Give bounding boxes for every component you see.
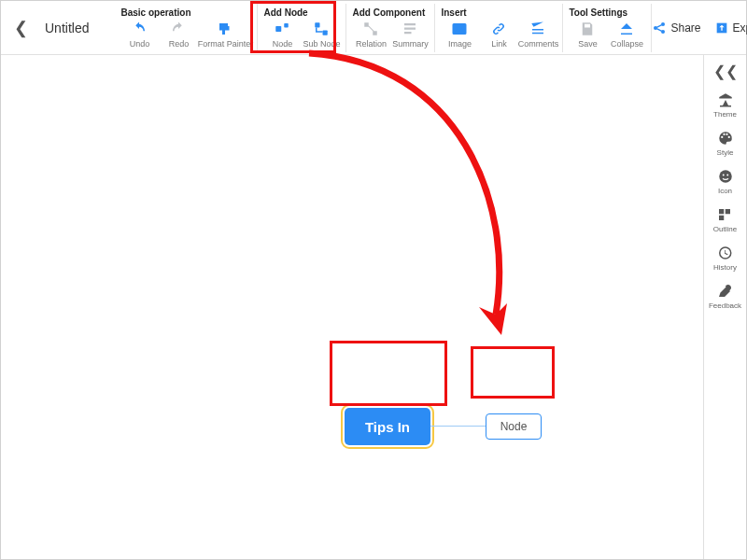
group-label: Insert — [441, 7, 557, 18]
group-insert: Insert Image Link Comments — [435, 4, 563, 52]
group-label: Basic operation — [120, 7, 251, 18]
svg-rect-18 — [719, 216, 724, 220]
document-title[interactable]: Untitled — [45, 21, 89, 35]
collapse-button[interactable]: Collapse — [608, 21, 645, 49]
summary-button[interactable]: Summary — [391, 21, 429, 49]
toolbar-right: Share Export — [652, 21, 747, 35]
svg-rect-16 — [719, 209, 724, 214]
canvas[interactable]: Tips In Node — [1, 55, 703, 559]
panel-icon[interactable]: Icon — [717, 168, 734, 195]
share-label: Share — [670, 21, 700, 35]
svg-rect-7 — [404, 27, 416, 29]
toolbar: ❮ Untitled Basic operation Undo Redo For… — [1, 1, 746, 55]
redo-button[interactable]: Redo — [160, 21, 197, 49]
share-button[interactable]: Share — [652, 21, 700, 35]
share-icon — [652, 21, 667, 35]
feedback-icon — [716, 283, 733, 300]
annotation-highlight — [330, 341, 447, 406]
save-label: Save — [578, 39, 598, 49]
group-label: Add Component — [352, 7, 429, 18]
redo-icon — [170, 21, 187, 37]
comments-label: Comments — [518, 39, 559, 49]
redo-label: Redo — [169, 39, 190, 49]
outline-label: Outline — [713, 225, 737, 233]
style-label: Style — [717, 148, 734, 157]
save-button[interactable]: Save — [569, 21, 606, 49]
collapse-label: Collapse — [611, 39, 643, 49]
undo-button[interactable]: Undo — [120, 21, 158, 49]
panel-collapse-button[interactable]: ❮❮ — [713, 63, 738, 80]
format-painter-label: Format Painter — [198, 39, 254, 49]
svg-rect-5 — [374, 31, 378, 35]
format-painter-icon — [217, 21, 233, 37]
back-button[interactable]: ❮ — [14, 18, 28, 38]
group-tool-settings: Tool Settings Save Collapse — [563, 4, 652, 52]
save-icon — [579, 21, 596, 37]
mindmap-child-node[interactable]: Node — [486, 413, 542, 440]
collapse-icon — [618, 21, 635, 37]
insert-link-button[interactable]: Link — [480, 21, 517, 49]
group-add-component: Add Component Relation Summary — [346, 4, 435, 52]
svg-rect-6 — [404, 23, 416, 25]
relation-button[interactable]: Relation — [352, 21, 389, 49]
theme-icon — [717, 91, 734, 108]
history-icon — [716, 245, 733, 261]
node-connector — [430, 426, 486, 427]
export-button[interactable]: Export — [714, 21, 748, 35]
relation-label: Relation — [356, 39, 387, 49]
summary-icon — [402, 21, 418, 37]
icon-icon — [717, 168, 734, 185]
image-icon — [451, 21, 468, 37]
feedback-label: Feedback — [709, 301, 741, 310]
side-panel: ❮❮ Theme Style Icon Outline History Feed… — [703, 55, 746, 559]
group-basic-operation: Basic operation Undo Redo Format Painter — [115, 4, 258, 52]
svg-point-15 — [726, 175, 728, 176]
svg-rect-8 — [404, 32, 412, 34]
theme-label: Theme — [713, 110, 737, 119]
history-label: History — [713, 263, 737, 272]
link-icon — [490, 21, 507, 37]
outline-icon — [716, 206, 733, 223]
annotation-highlight — [250, 1, 336, 53]
svg-rect-17 — [726, 209, 730, 214]
export-icon — [714, 21, 729, 35]
insert-comments-button[interactable]: Comments — [519, 21, 557, 49]
format-painter-button[interactable]: Format Painter — [199, 21, 251, 49]
annotation-highlight — [471, 346, 555, 399]
comments-icon — [529, 21, 546, 37]
svg-point-13 — [719, 170, 732, 183]
panel-theme[interactable]: Theme — [713, 91, 737, 119]
icon-label: Icon — [718, 187, 732, 195]
insert-image-button[interactable]: Image — [441, 21, 478, 49]
undo-label: Undo — [130, 39, 150, 49]
undo-icon — [131, 21, 148, 37]
panel-outline[interactable]: Outline — [713, 206, 737, 233]
image-label: Image — [448, 39, 472, 49]
panel-feedback[interactable]: Feedback — [709, 283, 741, 310]
panel-style[interactable]: Style — [717, 130, 734, 157]
summary-label: Summary — [392, 39, 429, 49]
app-frame: ❮ Untitled Basic operation Undo Redo For… — [0, 0, 747, 560]
relation-icon — [362, 21, 379, 37]
group-label: Tool Settings — [569, 7, 645, 18]
panel-history[interactable]: History — [713, 245, 737, 272]
style-icon — [717, 130, 734, 147]
link-label: Link — [491, 39, 507, 49]
svg-point-14 — [722, 175, 724, 176]
export-label: Export — [733, 21, 748, 35]
mindmap-root-node[interactable]: Tips In — [345, 408, 430, 445]
